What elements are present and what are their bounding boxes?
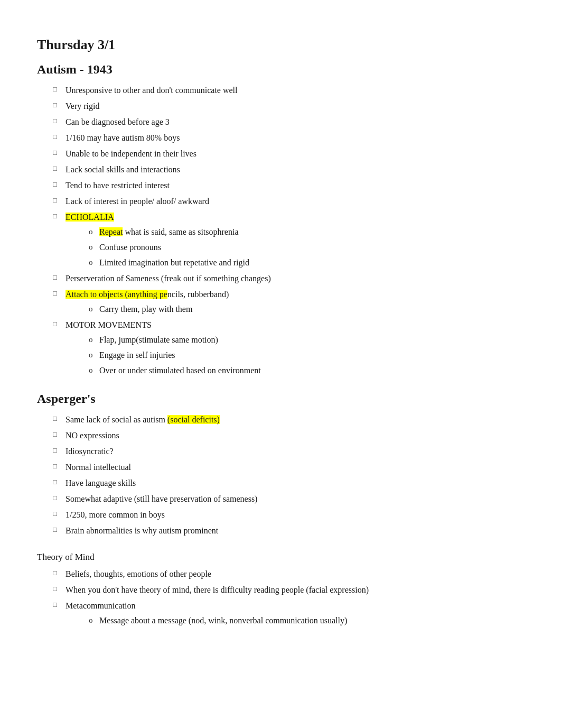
item-text: Metacommunication — [66, 601, 135, 610]
list-item: Beliefs, thoughts, emotions of other peo… — [53, 568, 524, 580]
list-item: 1/160 may have autism 80% boys — [53, 132, 524, 144]
item-text: Limited imagination but repetative and r… — [99, 258, 249, 267]
item-text: Can be diagnosed before age 3 — [66, 117, 170, 126]
theory-of-mind-list: Beliefs, thoughts, emotions of other peo… — [37, 568, 524, 627]
item-text: Confuse pronouns — [99, 243, 161, 252]
list-item: Somewhat adaptive (still have preservati… — [53, 493, 524, 505]
motor-sublist: Flap, jump(stimulate same motion) Engage… — [66, 334, 524, 377]
item-text: Normal intellectual — [66, 463, 131, 472]
autism-section: Autism - 1943 Unresponsive to other and … — [37, 62, 524, 377]
item-text: Brain abnormalities is why autism promin… — [66, 526, 218, 535]
list-item: Can be diagnosed before age 3 — [53, 116, 524, 128]
item-text: 1/160 may have autism 80% boys — [66, 133, 180, 142]
attach-sublist: Carry them, play with them — [66, 303, 524, 316]
item-text: Repeat what is said, same as sitsophreni… — [99, 227, 239, 236]
list-item: Normal intellectual — [53, 461, 524, 474]
item-text: NO expressions — [66, 431, 119, 440]
theory-of-mind-heading: Theory of Mind — [37, 552, 524, 563]
item-text: ECHOLALIA — [66, 213, 114, 222]
item-text: Unable to be independent in their lives — [66, 149, 197, 158]
list-item: Idiosyncratic? — [53, 445, 524, 458]
list-item: Unable to be independent in their lives — [53, 148, 524, 160]
list-item-echolalia: ECHOLALIA Repeat what is said, same as s… — [53, 211, 524, 269]
item-text: Carry them, play with them — [99, 305, 192, 314]
item-text: Attach to objects (anything pencils, rub… — [66, 290, 229, 299]
item-text: Beliefs, thoughts, emotions of other peo… — [66, 569, 211, 578]
item-text: Somewhat adaptive (still have preservati… — [66, 494, 257, 503]
item-text: Very rigid — [66, 102, 99, 110]
list-item: Unresponsive to other and don't communic… — [53, 84, 524, 97]
item-text: Lack social skills and interactions — [66, 165, 180, 174]
item-text: Lack of interest in people/ aloof/ awkwa… — [66, 197, 209, 206]
list-item: Perserveration of Sameness (freak out if… — [53, 272, 524, 285]
list-item: Lack social skills and interactions — [53, 163, 524, 176]
item-text: Over or under stimulated based on enviro… — [99, 366, 261, 375]
item-text: Idiosyncratic? — [66, 447, 114, 456]
item-text: Tend to have restricted interest — [66, 181, 170, 190]
list-item: Over or under stimulated based on enviro… — [87, 364, 524, 377]
list-item: Lack of interest in people/ aloof/ awkwa… — [53, 195, 524, 208]
item-text: MOTOR MOVEMENTS — [66, 320, 152, 329]
metacom-sublist: Message about a message (nod, wink, nonv… — [66, 614, 524, 627]
list-item: Message about a message (nod, wink, nonv… — [87, 614, 524, 627]
list-item: Very rigid — [53, 100, 524, 113]
item-text: Flap, jump(stimulate same motion) — [99, 335, 218, 344]
item-text: Engage in self injuries — [99, 351, 175, 360]
list-item: Brain abnormalities is why autism promin… — [53, 524, 524, 537]
autism-list: Unresponsive to other and don't communic… — [37, 84, 524, 377]
list-item: 1/250, more common in boys — [53, 509, 524, 521]
highlight-social-deficits: (social deficits) — [167, 415, 220, 424]
list-item: Same lack of social as autism (social de… — [53, 413, 524, 426]
asperger-heading: Asperger's — [37, 392, 524, 406]
highlight-echolalia: ECHOLALIA — [66, 213, 114, 222]
list-item: Flap, jump(stimulate same motion) — [87, 334, 524, 346]
list-item: Carry them, play with them — [87, 303, 524, 316]
list-item: NO expressions — [53, 429, 524, 442]
item-text: Perserveration of Sameness (freak out if… — [66, 274, 271, 283]
list-item-metacom: Metacommunication Message about a messag… — [53, 600, 524, 627]
item-text: Unresponsive to other and don't communic… — [66, 86, 237, 95]
echolalia-sublist: Repeat what is said, same as sitsophreni… — [66, 226, 524, 269]
item-text: When you don't have theory of mind, ther… — [66, 585, 369, 594]
item-text: Same lack of social as autism (social de… — [66, 415, 220, 424]
list-item: Confuse pronouns — [87, 241, 524, 254]
item-text: Have language skills — [66, 478, 136, 487]
item-text: Message about a message (nod, wink, nonv… — [99, 616, 347, 625]
date-heading: Thursday 3/1 — [37, 37, 524, 53]
theory-of-mind-section: Theory of Mind Beliefs, thoughts, emotio… — [37, 552, 524, 627]
asperger-section: Asperger's Same lack of social as autism… — [37, 392, 524, 537]
item-text: 1/250, more common in boys — [66, 510, 165, 519]
list-item-motor: MOTOR MOVEMENTS Flap, jump(stimulate sam… — [53, 319, 524, 377]
list-item: Engage in self injuries — [87, 349, 524, 362]
highlight-attach: Attach to objects (anything pe — [66, 290, 167, 299]
list-item: Limited imagination but repetative and r… — [87, 256, 524, 269]
list-item: Tend to have restricted interest — [53, 179, 524, 192]
list-item: Repeat what is said, same as sitsophreni… — [87, 226, 524, 238]
highlight-repeat: Repeat — [99, 227, 123, 236]
list-item: When you don't have theory of mind, ther… — [53, 584, 524, 596]
autism-heading: Autism - 1943 — [37, 62, 524, 77]
list-item-attach: Attach to objects (anything pencils, rub… — [53, 288, 524, 316]
list-item: Have language skills — [53, 477, 524, 490]
asperger-list: Same lack of social as autism (social de… — [37, 413, 524, 537]
